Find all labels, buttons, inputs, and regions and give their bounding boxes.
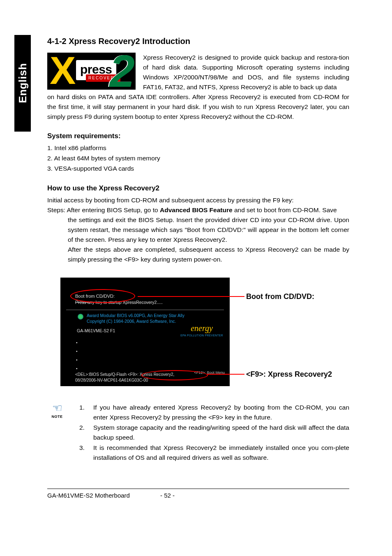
note-item: 2. System storage capacity and the readi… (79, 423, 349, 442)
bios-date-line: 08/28/2006-NV-MCP61-6A61KG03C-00 (75, 378, 148, 383)
bios-screenshot-wrap: Boot from CD/DVD: Press any key to start… (47, 278, 349, 397)
xpress-recovery2-logo: X press RECOVERY 2 (47, 53, 136, 90)
note-text: If you have already entered Xpress Recov… (93, 404, 349, 421)
note-label: NOTE (47, 414, 67, 420)
sysreq-list: 1. Intel x86 platforms 2. At least 64M b… (47, 143, 349, 174)
callout-boot: Boot from CD/DVD: (246, 291, 314, 303)
steps-suffix: and set to boot from CD-ROM. Save (233, 206, 337, 213)
page-content: 4-1-2 Xpress Recovery2 Introduction X pr… (47, 35, 349, 463)
logo-two: 2 (110, 53, 135, 90)
note-num: 1. (79, 403, 85, 412)
footer-model: GA-M61VME-S2 Motherboard (47, 492, 130, 499)
note-num: 3. (79, 443, 85, 453)
steps-after: After the steps above are completed, sub… (47, 245, 349, 264)
note-hand-icon: ☜ (47, 403, 67, 414)
section-heading: 4-1-2 Xpress Recovery2 Introduction (47, 35, 349, 48)
howto-lead: Initial access by booting from CD-ROM an… (47, 195, 349, 205)
note-text: It is recommended that Xpress Recovery2 … (93, 444, 349, 461)
steps-prefix: Steps: After entering BIOS Setup, go to (47, 206, 160, 213)
howto-heading: How to use the Xpress Recovery2 (47, 183, 349, 194)
callout-f9: <F9>: Xpress Recovery2 (246, 369, 332, 380)
steps-line1: Steps: After entering BIOS Setup, go to … (47, 205, 349, 215)
bios-award-text: Award Modular BIOS v6.00PG, An Energy St… (87, 313, 184, 324)
sysreq-item: 3. VESA-supported VGA cards (47, 164, 349, 174)
note-item: 3. It is recommended that Xpress Recover… (79, 443, 349, 463)
energy-logo-epa: EPA POLLUTION PREVENTER (180, 334, 223, 338)
energy-logo: energy EPA POLLUTION PREVENTER (180, 323, 223, 338)
callout-line-boot (138, 296, 244, 297)
bios-model-text: GA-M61VME-S2 F1 (77, 328, 115, 334)
note-num: 2. (79, 423, 85, 433)
steps-body: the settings and exit the BIOS Setup. In… (47, 215, 349, 245)
sysreq-item: 1. Intel x86 platforms (47, 143, 349, 153)
energy-logo-text: energy (191, 324, 213, 333)
note-section: ☜ NOTE 1. If you have already entered Xp… (47, 403, 349, 463)
bios-screenshot: Boot from CD/DVD: Press any key to start… (60, 278, 230, 386)
steps-bold: Advanced BIOS Feature (160, 206, 233, 213)
note-icon: ☜ NOTE (47, 403, 67, 420)
sysreq-heading: System requirements: (47, 131, 349, 141)
highlight-ellipse-f9 (141, 370, 208, 380)
bios-dots: ●●●● (76, 338, 78, 373)
note-list: 1. If you have already entered Xpress Re… (79, 403, 349, 463)
note-text: System storage capacity and the reading/… (93, 424, 349, 441)
language-tab: English (14, 35, 31, 132)
callout-line-f9 (208, 374, 244, 375)
intro-paragraph-rest: on hard disks on PATA and SATA IDE contr… (47, 92, 349, 122)
logo-x-letter: X (50, 53, 76, 90)
note-item: 1. If you have already entered Xpress Re… (79, 403, 349, 422)
bios-divider (66, 310, 224, 310)
energy-star-icon (78, 314, 83, 320)
language-tab-label: English (14, 63, 31, 103)
sysreq-item: 2. At least 64M bytes of system memory (47, 153, 349, 164)
page-footer: GA-M61VME-S2 Motherboard - 52 - (47, 489, 349, 500)
footer-page-number: - 52 - (160, 491, 175, 500)
